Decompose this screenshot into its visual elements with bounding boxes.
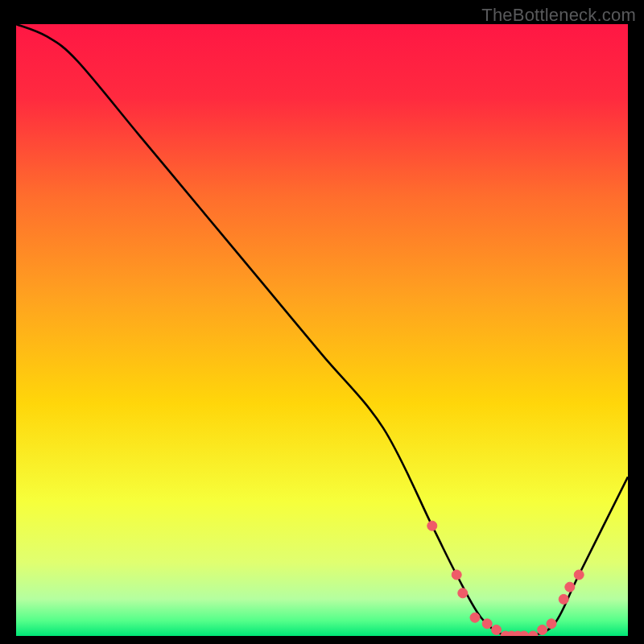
bottleneck-chart — [16, 24, 628, 636]
marker-point — [492, 625, 502, 634]
chart-frame: TheBottleneck.com — [0, 0, 644, 644]
marker-point — [482, 619, 492, 629]
watermark-text: TheBottleneck.com — [481, 5, 636, 26]
gradient-background — [16, 24, 628, 636]
marker-point — [565, 582, 575, 592]
marker-point — [547, 619, 556, 629]
marker-point — [470, 613, 480, 622]
marker-point — [452, 570, 461, 580]
marker-point — [559, 594, 568, 604]
marker-point — [458, 588, 468, 598]
marker-point — [427, 521, 437, 530]
marker-point — [574, 570, 584, 580]
marker-point — [538, 625, 547, 634]
